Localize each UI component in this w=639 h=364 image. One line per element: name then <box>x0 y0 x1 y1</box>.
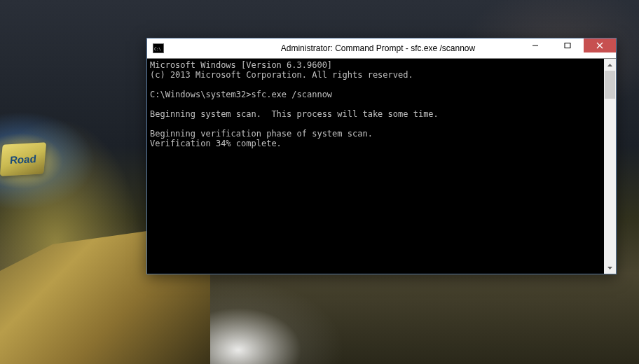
command-prompt-window[interactable]: Administrator: Command Prompt - sfc.exe … <box>146 38 617 274</box>
cmd-icon <box>153 43 164 53</box>
vertical-scrollbar[interactable] <box>604 59 616 274</box>
chevron-up-icon <box>607 64 612 66</box>
close-button[interactable] <box>584 38 616 52</box>
svg-rect-1 <box>565 43 570 48</box>
scroll-down-button[interactable] <box>604 262 616 274</box>
titlebar[interactable]: Administrator: Command Prompt - sfc.exe … <box>147 38 616 58</box>
scroll-track[interactable] <box>604 71 616 262</box>
close-icon <box>596 42 603 49</box>
maximize-button[interactable] <box>551 38 584 52</box>
minimize-button[interactable] <box>519 38 551 52</box>
maximize-icon <box>564 42 571 49</box>
chevron-down-icon <box>607 267 612 270</box>
window-controls <box>519 38 616 52</box>
svg-marker-5 <box>607 267 612 270</box>
console-area: Microsoft Windows [Version 6.3.9600] (c)… <box>147 58 616 274</box>
console-output[interactable]: Microsoft Windows [Version 6.3.9600] (c)… <box>147 59 604 274</box>
scroll-thumb[interactable] <box>605 71 615 99</box>
minimize-icon <box>532 42 539 49</box>
wallpaper-sign: Road <box>0 142 46 176</box>
scroll-up-button[interactable] <box>604 59 616 71</box>
svg-marker-4 <box>607 64 612 66</box>
